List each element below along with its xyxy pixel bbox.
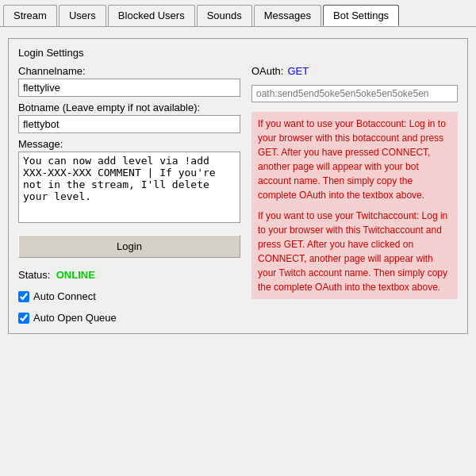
botname-field-group: Botname (Leave empty if not available): xyxy=(18,102,240,133)
auto-connect-checkbox[interactable] xyxy=(18,291,29,302)
oauth-label: OAuth: xyxy=(251,65,283,77)
auto-connect-row[interactable]: Auto Connect xyxy=(18,290,240,302)
help-paragraph-1: If you want to use your Botaccount: Log … xyxy=(258,117,451,202)
tab-sounds[interactable]: Sounds xyxy=(197,5,252,26)
tab-stream[interactable]: Stream xyxy=(3,5,57,26)
help-paragraph-2: If you want to use your Twitchaccount: L… xyxy=(258,209,451,294)
botname-label: Botname (Leave empty if not available): xyxy=(18,102,240,113)
auto-open-queue-label: Auto Open Queue xyxy=(33,312,117,324)
right-column: OAuth: GET If you want to use your Botac… xyxy=(251,65,458,324)
login-settings-box: Login Settings Channelname: Botname (Lea… xyxy=(8,38,468,334)
left-column: Channelname: Botname (Leave empty if not… xyxy=(18,65,240,324)
auto-open-queue-checkbox[interactable] xyxy=(18,313,29,324)
botname-input[interactable] xyxy=(18,115,240,133)
status-row: Status: ONLINE xyxy=(18,269,240,281)
channelname-input[interactable] xyxy=(18,79,240,97)
status-label: Status: xyxy=(18,269,50,281)
status-value: ONLINE xyxy=(56,269,95,281)
main-content: Login Settings Channelname: Botname (Lea… xyxy=(0,27,476,342)
channelname-label: Channelname: xyxy=(18,65,240,77)
message-field-group: Message: xyxy=(18,138,240,225)
oauth-get-link[interactable]: GET xyxy=(287,65,309,77)
tab-bar: Stream Users Blocked Users Sounds Messag… xyxy=(0,0,476,27)
two-column-layout: Channelname: Botname (Leave empty if not… xyxy=(18,65,458,324)
tab-bot-settings[interactable]: Bot Settings xyxy=(323,5,399,26)
help-text: If you want to use your Botaccount: Log … xyxy=(258,117,451,294)
tab-messages[interactable]: Messages xyxy=(254,5,321,26)
login-button[interactable]: Login xyxy=(18,235,240,258)
tab-users[interactable]: Users xyxy=(59,5,106,26)
message-textarea[interactable] xyxy=(18,152,240,223)
help-box: If you want to use your Botaccount: Log … xyxy=(251,112,458,299)
auto-open-queue-row[interactable]: Auto Open Queue xyxy=(18,312,240,324)
tab-blocked-users[interactable]: Blocked Users xyxy=(108,5,195,26)
message-label: Message: xyxy=(18,138,240,150)
auto-connect-label: Auto Connect xyxy=(33,290,96,302)
oauth-row: OAuth: GET xyxy=(251,65,458,77)
login-settings-title: Login Settings xyxy=(18,47,458,59)
channelname-field-group: Channelname: xyxy=(18,65,240,97)
oauth-token-input[interactable] xyxy=(251,85,458,102)
